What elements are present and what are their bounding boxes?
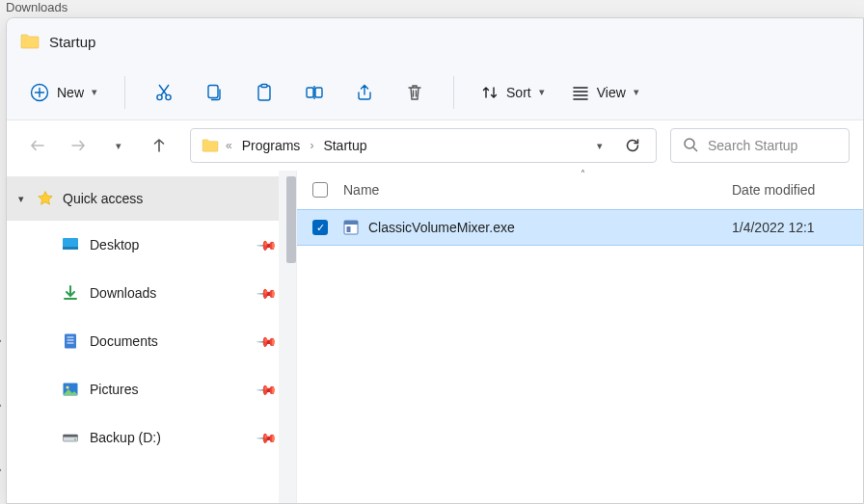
downloads-icon [61,283,80,303]
folder-icon [20,34,40,49]
chevron-down-icon: ▾ [597,140,603,152]
pin-icon: 📌 [256,330,278,352]
pin-icon: 📌 [256,281,278,304]
file-checkbox[interactable]: ✓ [312,220,328,235]
scrollbar-thumb[interactable] [286,176,296,263]
sidebar-item-backup[interactable]: Backup (D:) 📌 [7,413,296,462]
window-title: Startup [49,34,95,50]
title-bar: Startup [7,18,863,65]
background-tab-label: Downloads [0,0,864,14]
sidebar-item-label: Pictures [90,382,139,397]
new-button-label: New [57,85,84,100]
file-list-pane: ˄ Name Date modified ✓ ClassicVolumeMixe… [296,171,863,503]
command-bar: New ▾ Sort ▾ View ▾ [7,65,863,120]
back-button[interactable] [26,134,49,157]
svg-rect-18 [344,221,358,225]
forward-button[interactable] [67,134,90,157]
pin-icon: 📌 [256,426,278,448]
sidebar-quick-access[interactable]: ▾ Quick access [7,176,296,221]
svg-point-16 [74,438,76,440]
breadcrumb-parent[interactable]: Programs [238,136,305,155]
chevron-down-icon: ▾ [539,86,545,98]
chevron-down-icon: ▾ [18,193,24,205]
search-box[interactable] [670,128,850,163]
recent-locations-button[interactable]: ▾ [107,134,130,157]
address-row: ▾ « Programs › Startup ▾ [7,120,863,171]
navigation-pane: ▾ Quick access Desktop 📌 [7,171,296,503]
sidebar-quick-access-label: Quick access [63,191,143,206]
documents-icon [61,332,80,351]
folder-icon [201,136,220,155]
copy-button[interactable] [193,73,235,112]
cut-button[interactable] [143,73,185,112]
column-date[interactable]: Date modified [732,182,848,198]
scrollbar-track[interactable] [279,171,296,503]
file-row[interactable]: ✓ ClassicVolumeMixer.exe 1/4/2022 12:1 [297,209,863,246]
svg-rect-19 [347,226,351,232]
nav-buttons: ▾ [20,134,176,157]
refresh-button[interactable] [619,132,646,159]
paste-button[interactable] [243,73,285,112]
desktop-icon [61,235,80,254]
sort-button-label: Sort [506,85,531,100]
svg-rect-4 [258,86,270,100]
pin-icon: 📌 [256,378,278,400]
pictures-icon [61,380,80,399]
explorer-window: Startup New ▾ Sort ▾ [6,17,864,504]
chevron-down-icon: ▾ [92,86,97,98]
sidebar-item-label: Backup (D:) [90,430,161,445]
sidebar-item-label: Downloads [90,285,156,301]
up-button[interactable] [148,134,171,157]
column-name[interactable]: Name [343,182,732,198]
view-button[interactable]: View ▾ [562,78,649,107]
sidebar-item-documents[interactable]: Documents 📌 [7,317,296,365]
svg-rect-3 [208,85,218,97]
star-icon [36,189,55,208]
svg-rect-10 [63,247,78,250]
svg-point-13 [66,385,68,388]
chevron-down-icon: ▾ [634,86,639,98]
address-bar[interactable]: « Programs › Startup ▾ [190,128,657,163]
svg-point-8 [685,139,694,148]
chevron-right-icon: › [310,139,313,152]
view-button-label: View [597,85,626,100]
select-all-checkbox[interactable] [312,182,328,198]
sort-button[interactable]: Sort ▾ [472,78,554,107]
breadcrumb-ellipsis[interactable]: « [226,139,232,152]
rename-button[interactable] [293,73,336,112]
exe-icon [341,218,361,237]
pin-icon: 📌 [256,233,278,255]
svg-rect-6 [307,88,313,97]
drive-icon [61,428,80,447]
content-body: ▾ Quick access Desktop 📌 [7,171,863,503]
sidebar-item-desktop[interactable]: Desktop 📌 [7,221,296,269]
sidebar-item-label: Documents [90,333,158,349]
delete-button[interactable] [393,73,436,112]
address-dropdown-button[interactable]: ▾ [586,132,613,159]
sidebar-item-label: Desktop [90,237,139,252]
chevron-down-icon: ▾ [116,140,122,152]
svg-rect-5 [261,84,267,87]
svg-rect-15 [64,435,78,438]
search-input[interactable] [708,138,837,153]
file-date: 1/4/2022 12:1 [732,220,848,235]
sidebar-item-pictures[interactable]: Pictures 📌 [7,365,296,413]
column-headers: ˄ Name Date modified [297,171,863,209]
search-icon [683,137,698,155]
svg-rect-7 [315,88,322,97]
sort-indicator-icon: ˄ [580,169,585,179]
svg-rect-11 [65,334,76,349]
sidebar-item-downloads[interactable]: Downloads 📌 [7,269,296,317]
background-edge: ››› [0,308,10,501]
new-button[interactable]: New ▾ [20,77,107,108]
breadcrumb-current[interactable]: Startup [319,136,370,155]
file-name: ClassicVolumeMixer.exe [368,220,515,235]
separator [453,76,454,109]
separator [124,76,125,109]
share-button[interactable] [343,73,386,112]
